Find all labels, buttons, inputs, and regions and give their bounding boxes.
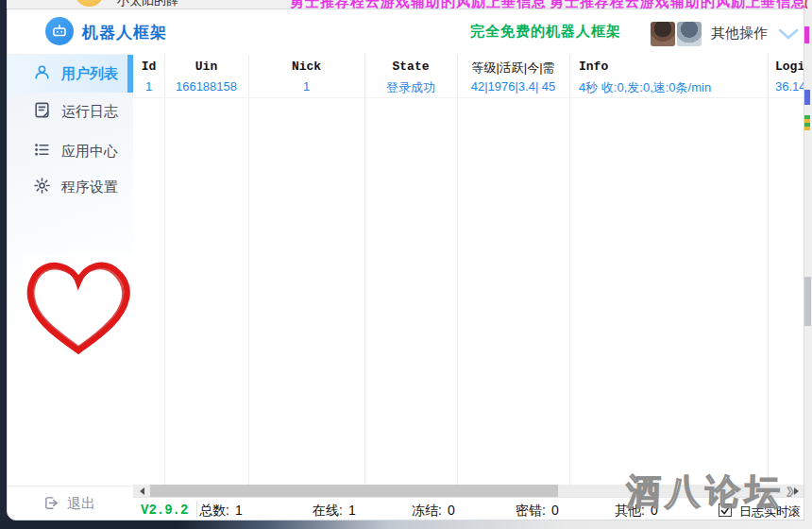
stat-other: 其他:0 bbox=[615, 503, 658, 520]
scroll-right-arrow-icon[interactable] bbox=[790, 485, 803, 497]
column-header-info[interactable]: Info bbox=[569, 60, 768, 75]
robot-logo-icon bbox=[45, 17, 74, 45]
scroll-left-arrow-icon[interactable] bbox=[136, 485, 148, 497]
sidebar-item-label: 运行日志 bbox=[61, 103, 118, 121]
app-title: 机器人框架 bbox=[82, 22, 167, 43]
stat-value: 0 bbox=[651, 503, 658, 518]
stat-total: 总数:1 bbox=[199, 503, 243, 520]
sidebar-item-label: 程序设置 bbox=[61, 179, 118, 196]
column-header-id[interactable]: Id bbox=[133, 60, 164, 75]
version-label: V2.9.2 bbox=[141, 503, 188, 518]
background-vertical-scrollbar-thumb bbox=[804, 277, 811, 326]
stat-label: 在线: bbox=[313, 503, 343, 518]
sidebar-item-run-log[interactable]: 运行日志 bbox=[8, 93, 133, 130]
background-browser-strip: 小太阳的薛 勇士推荐程云游戏辅助的风励上垂信息 勇士推荐程云游戏辅助的风励上垂信… bbox=[7, 0, 812, 9]
background-promo-text-1: 勇士推荐程云游戏辅助的风励上垂信息 bbox=[290, 0, 547, 9]
sidebar-item-settings[interactable]: 程序设置 bbox=[8, 168, 133, 206]
background-fragment bbox=[804, 26, 809, 43]
sidebar-item-user-list[interactable]: 用户列表 bbox=[8, 55, 133, 93]
column-header-uin[interactable]: Uin bbox=[164, 60, 248, 75]
scrollbar-thumb[interactable] bbox=[150, 485, 558, 497]
log-scroll-checkbox[interactable] bbox=[719, 503, 732, 517]
column-header-nick[interactable]: Nick bbox=[248, 60, 364, 75]
stat-value: 1 bbox=[235, 503, 243, 518]
column-header-state[interactable]: State bbox=[364, 60, 457, 75]
background-promo-text-2: 勇士推荐程云游戏辅助的风励上垂信息 bbox=[550, 0, 806, 9]
column-divider bbox=[364, 55, 365, 485]
app-header: 机器人框架 完全免费的机器人框架 其他操作 bbox=[8, 9, 804, 54]
cell-uin: 166188158 bbox=[164, 79, 248, 94]
avatar[interactable] bbox=[651, 22, 675, 46]
cell-info: 4秒 收:0,发:0,速:0条/min bbox=[569, 79, 768, 94]
divider bbox=[196, 501, 197, 519]
apps-icon bbox=[33, 141, 51, 162]
stat-label: 密错: bbox=[516, 503, 546, 518]
logout-icon bbox=[43, 495, 59, 514]
column-divider bbox=[457, 55, 458, 485]
column-header-level[interactable]: 等级|活跃|今|需 bbox=[457, 60, 569, 75]
sidebar-item-app-center[interactable]: 应用中心 bbox=[8, 132, 133, 170]
exit-label: 退出 bbox=[67, 495, 95, 513]
more-actions-button[interactable]: 其他操作 bbox=[711, 25, 768, 43]
robot-framework-window: 机器人框架 完全免费的机器人框架 其他操作 用户列表 bbox=[7, 9, 804, 520]
cell-id: 1 bbox=[133, 79, 164, 94]
stat-frozen: 冻结:0 bbox=[412, 503, 455, 520]
gear-icon bbox=[33, 177, 51, 197]
background-bottom-strip bbox=[0, 520, 812, 529]
stat-value: 0 bbox=[551, 503, 559, 518]
exit-button[interactable]: 退出 bbox=[8, 486, 133, 520]
stat-label: 总数: bbox=[199, 503, 229, 518]
cell-state: 登录成功 bbox=[364, 79, 457, 94]
cell-loginip: 36.148 bbox=[768, 79, 804, 94]
user-table: Id Uin Nick State 等级|活跃|今|需 Info LoginI … bbox=[133, 54, 804, 485]
log-icon bbox=[33, 101, 51, 122]
cell-nick: 1 bbox=[248, 79, 364, 94]
sidebar-item-label: 用户列表 bbox=[61, 65, 118, 83]
background-fragment bbox=[804, 115, 810, 130]
heart-doodle-image bbox=[23, 254, 134, 358]
column-divider bbox=[164, 55, 165, 485]
column-divider bbox=[569, 55, 570, 485]
stat-value: 0 bbox=[448, 503, 455, 518]
sidebar-item-label: 应用中心 bbox=[61, 143, 118, 161]
column-divider bbox=[248, 55, 249, 485]
avatar[interactable] bbox=[677, 22, 702, 46]
background-emoji-icon bbox=[75, 0, 104, 7]
stat-label: 其他: bbox=[615, 503, 645, 518]
background-fragment bbox=[804, 90, 810, 105]
sidebar: 用户列表 运行日志 bbox=[8, 54, 133, 486]
slogan-text: 完全免费的机器人框架 bbox=[470, 23, 621, 41]
horizontal-scrollbar[interactable] bbox=[133, 485, 804, 497]
row-divider bbox=[133, 97, 804, 98]
status-bar: V2.9.2 总数:1 在线:1 冻结:0 密错:0 其他:0 日志实时滚动 bbox=[133, 497, 804, 520]
stat-value: 1 bbox=[348, 503, 356, 518]
column-header-loginip[interactable]: LoginI bbox=[768, 60, 804, 75]
background-right-strip bbox=[804, 9, 812, 529]
background-tab-title: 小太阳的薛 bbox=[117, 0, 178, 9]
stat-label: 冻结: bbox=[412, 503, 442, 518]
chevron-down-icon[interactable] bbox=[778, 26, 799, 43]
log-scroll-label: 日志实时滚动 bbox=[739, 503, 804, 520]
column-divider bbox=[768, 55, 769, 485]
user-avatars[interactable] bbox=[651, 22, 702, 46]
user-icon bbox=[33, 63, 51, 84]
cell-level: 42|1976|3.4| 45 bbox=[457, 79, 569, 94]
background-red-fragment: ( bbox=[804, 0, 808, 9]
stat-online: 在线:1 bbox=[313, 503, 356, 520]
stat-wrong-password: 密错:0 bbox=[516, 503, 559, 520]
